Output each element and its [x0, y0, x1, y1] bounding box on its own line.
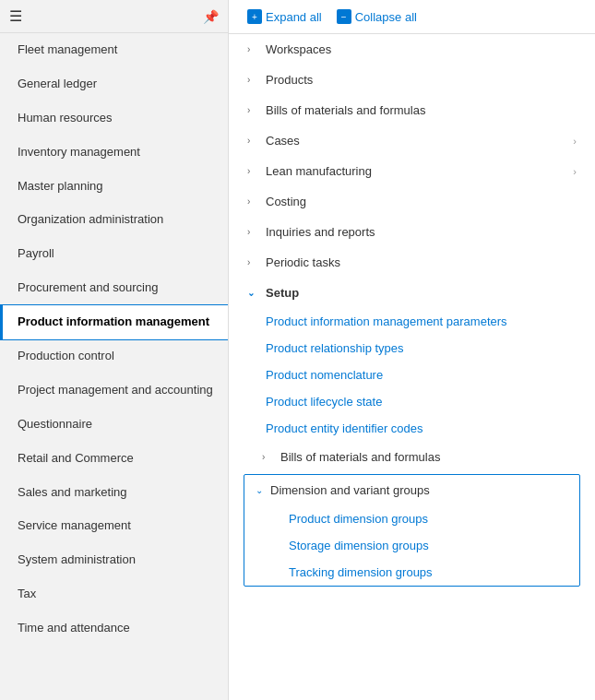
nav-item[interactable]: › Workspaces [236, 34, 588, 65]
bills-label: Bills of materials and formulas [280, 450, 440, 464]
nav-label: Cases [266, 134, 573, 148]
right-panel-header: + Expand all − Collapse all [229, 0, 595, 34]
setup-label: Setup [266, 286, 577, 300]
expand-all-label: Expand all [266, 10, 322, 24]
sidebar-item[interactable]: Procurement and sourcing [0, 271, 228, 305]
hamburger-icon[interactable]: ☰ [9, 7, 22, 25]
dimension-section: ⌄ Dimension and variant groups Product d… [244, 474, 580, 587]
nav-item[interactable]: › Lean manufacturing › [236, 156, 588, 186]
sidebar-header: ☰ 📌 [0, 0, 228, 33]
dimension-label: Dimension and variant groups [270, 483, 430, 497]
sidebar-item[interactable]: Time and attendance [0, 611, 228, 646]
collapse-all-button[interactable]: − Collapse all [337, 9, 417, 24]
dimension-links-container: Product dimension groupsStorage dimensio… [244, 505, 579, 586]
dimension-header[interactable]: ⌄ Dimension and variant groups [244, 475, 579, 505]
nav-chevron: › [247, 136, 258, 146]
sidebar-item[interactable]: Organization administration [0, 203, 228, 237]
nav-item[interactable]: › Inquiries and reports [236, 217, 588, 247]
expand-icon: + [247, 9, 262, 24]
setup-link[interactable]: Product entity identifier codes [236, 415, 588, 442]
pin-icon[interactable]: 📌 [203, 9, 219, 24]
setup-link[interactable]: Product lifecycle state [236, 388, 588, 415]
setup-link[interactable]: Product information management parameter… [236, 308, 588, 335]
sidebar-item[interactable]: Payroll [0, 237, 228, 271]
sidebar-item[interactable]: System administration [0, 543, 228, 577]
sidebar: ☰ 📌 Fleet managementGeneral ledgerHuman … [0, 0, 229, 700]
nav-chevron: › [247, 196, 258, 207]
nav-label: Lean manufacturing [266, 164, 573, 178]
sidebar-item[interactable]: Fleet management [0, 33, 228, 67]
dimension-link[interactable]: Tracking dimension groups [244, 559, 579, 586]
sidebar-item[interactable]: Tax [0, 577, 228, 611]
right-arrow-icon: › [573, 166, 577, 177]
nav-chevron: › [247, 257, 258, 267]
sidebar-item[interactable]: Questionnaire [0, 408, 228, 442]
setup-link[interactable]: Product relationship types [236, 335, 588, 362]
nav-label: Products [266, 73, 577, 87]
setup-header[interactable]: ⌄ Setup [236, 278, 588, 308]
setup-link[interactable]: Product nomenclature [236, 362, 588, 388]
nav-item[interactable]: › Bills of materials and formulas [236, 95, 588, 125]
nav-items-list: › Workspaces › Products › Bills of mater… [229, 34, 595, 278]
sidebar-item[interactable]: Sales and marketing [0, 476, 228, 510]
nav-label: Bills of materials and formulas [266, 103, 577, 117]
nav-chevron: › [247, 166, 258, 176]
sidebar-item[interactable]: General ledger [0, 67, 228, 101]
sidebar-item[interactable]: Product information management [0, 305, 228, 339]
sidebar-items-container: Fleet managementGeneral ledgerHuman reso… [0, 33, 228, 646]
nav-chevron: › [247, 227, 258, 237]
right-arrow-icon: › [573, 136, 577, 147]
nav-item[interactable]: › Periodic tasks [236, 247, 588, 278]
dimension-chevron: ⌄ [256, 485, 263, 495]
nav-item[interactable]: › Products [236, 65, 588, 95]
expand-all-button[interactable]: + Expand all [247, 9, 322, 24]
nav-chevron: › [247, 105, 258, 115]
nav-label: Workspaces [266, 42, 577, 56]
nav-label: Inquiries and reports [266, 225, 577, 239]
nav-item[interactable]: › Costing [236, 186, 588, 217]
right-panel: + Expand all − Collapse all › Workspaces… [229, 0, 595, 700]
sidebar-item[interactable]: Retail and Commerce [0, 442, 228, 476]
nav-chevron: › [247, 75, 258, 85]
sidebar-item[interactable]: Service management [0, 509, 228, 543]
sidebar-item[interactable]: Master planning [0, 170, 228, 204]
sidebar-item[interactable]: Project management and accounting [0, 374, 228, 408]
setup-links-container: Product information management parameter… [236, 308, 588, 442]
bills-chevron: › [262, 452, 273, 462]
setup-section: ⌄ Setup Product information management p… [229, 278, 595, 587]
dimension-link[interactable]: Product dimension groups [244, 505, 579, 532]
nav-item[interactable]: › Cases › [236, 125, 588, 156]
collapse-all-label: Collapse all [355, 10, 417, 24]
dimension-link[interactable]: Storage dimension groups [244, 532, 579, 559]
nav-chevron: › [247, 44, 258, 54]
sidebar-item[interactable]: Human resources [0, 101, 228, 136]
bills-sub-nav[interactable]: › Bills of materials and formulas [236, 442, 588, 472]
collapse-icon: − [337, 9, 351, 24]
nav-label: Periodic tasks [266, 255, 577, 269]
setup-chevron: ⌄ [247, 288, 258, 298]
sidebar-item[interactable]: Inventory management [0, 136, 228, 170]
sidebar-item[interactable]: Production control [0, 339, 228, 374]
nav-label: Costing [266, 195, 577, 208]
